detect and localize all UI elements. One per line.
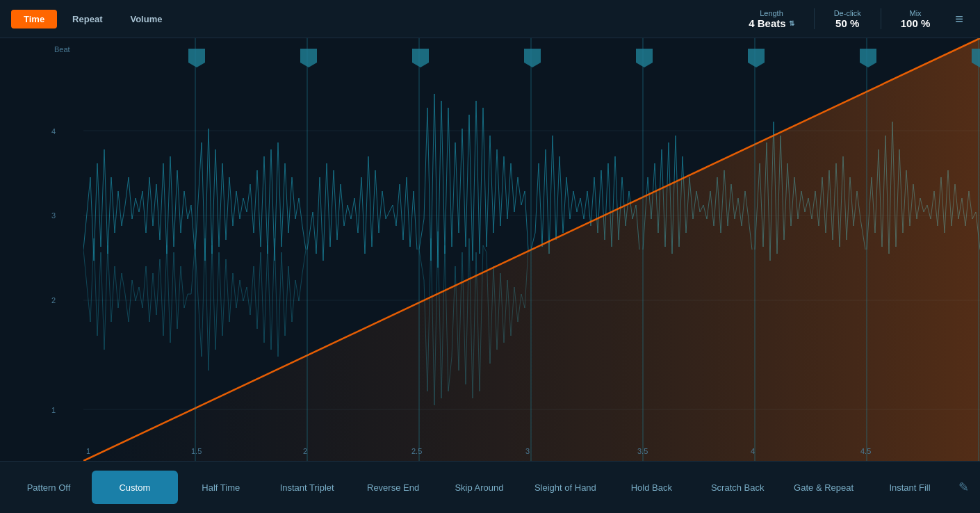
svg-marker-18: [860, 49, 876, 67]
length-param: Length 4 Beats ⇅: [749, 9, 794, 29]
preset-skip-around[interactable]: Skip Around: [436, 471, 523, 504]
preset-instant-triplet[interactable]: Instant Triplet: [264, 471, 350, 504]
y-marker-1: 1: [51, 406, 56, 414]
svg-text:1.5: 1.5: [191, 447, 202, 455]
declick-value[interactable]: 50 %: [835, 17, 859, 29]
y-marker-2: 2: [51, 296, 56, 304]
preset-pattern-off[interactable]: Pattern Off: [6, 471, 92, 504]
svg-marker-16: [748, 49, 765, 67]
svg-text:2: 2: [303, 447, 307, 455]
preset-sleight-of-hand[interactable]: Sleight of Hand: [522, 471, 608, 504]
declick-label: De-click: [834, 9, 861, 17]
bottom-toolbar: Pattern Off Custom Half Time Instant Tri…: [0, 461, 980, 513]
tab-repeat[interactable]: Repeat: [60, 10, 115, 28]
preset-hold-back[interactable]: Hold Back: [608, 471, 694, 504]
svg-marker-14: [636, 49, 653, 67]
svg-text:4.5: 4.5: [860, 447, 871, 455]
preset-gate-repeat[interactable]: Gate & Repeat: [781, 471, 867, 504]
svg-text:4: 4: [751, 447, 755, 455]
header: Time Repeat Volume Length 4 Beats ⇅ De-c…: [0, 0, 980, 38]
svg-marker-10: [412, 49, 429, 67]
mix-param: Mix 100 %: [901, 9, 931, 29]
preset-reverse-end[interactable]: Reverse End: [350, 471, 436, 504]
svg-marker-12: [524, 49, 541, 67]
length-value-text: 4 Beats: [749, 17, 785, 29]
header-params: Length 4 Beats ⇅ De-click 50 % Mix 100 %…: [749, 8, 969, 29]
main-visualization: Beat 4 3 2 1: [0, 38, 980, 461]
svg-marker-6: [188, 49, 205, 67]
length-value[interactable]: 4 Beats ⇅: [749, 17, 794, 29]
length-chevron-icon: ⇅: [789, 19, 794, 27]
length-label: Length: [760, 9, 783, 17]
divider-1: [814, 8, 815, 29]
y-marker-4: 4: [51, 127, 56, 136]
declick-param: De-click 50 %: [834, 9, 861, 29]
waveform-area: 1 1.5 2 2.5 3 3.5 4 4.5: [83, 38, 980, 461]
svg-text:2.5: 2.5: [411, 447, 422, 455]
svg-marker-8: [300, 49, 317, 67]
edit-button[interactable]: ✎: [953, 480, 974, 495]
mix-value[interactable]: 100 %: [901, 17, 931, 29]
visualization-svg: 1 1.5 2 2.5 3 3.5 4 4.5: [83, 38, 980, 461]
y-marker-3: 3: [51, 211, 56, 220]
preset-instant-fill[interactable]: Instant Fill: [867, 471, 953, 504]
mix-label: Mix: [910, 9, 922, 17]
y-axis: 4 3 2 1: [28, 38, 56, 461]
divider-2: [881, 8, 881, 29]
svg-text:3.5: 3.5: [637, 447, 648, 455]
tab-time[interactable]: Time: [11, 10, 57, 28]
preset-custom[interactable]: Custom: [92, 471, 178, 504]
beat-label: Beat: [54, 45, 70, 54]
tab-volume[interactable]: Volume: [117, 10, 174, 28]
mix-settings-button[interactable]: ≡: [949, 11, 969, 27]
svg-text:3: 3: [525, 447, 530, 455]
preset-scratch-back[interactable]: Scratch Back: [694, 471, 781, 504]
svg-text:1: 1: [86, 447, 90, 455]
preset-half-time[interactable]: Half Time: [178, 471, 264, 504]
